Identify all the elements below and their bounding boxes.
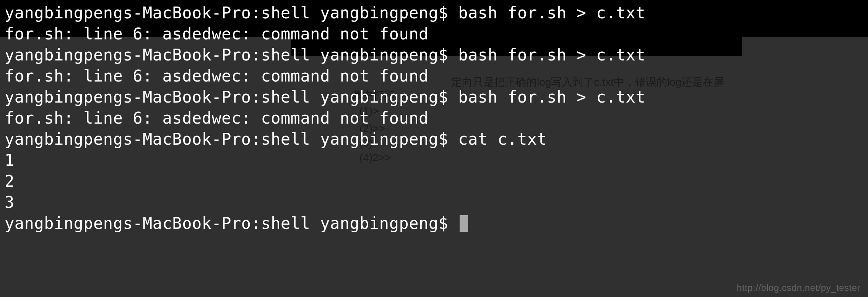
output-text: 1 (5, 151, 15, 170)
shell-prompt: yangbingpengs-MacBook-Pro:shell yangbing… (5, 130, 458, 148)
terminal-prompt-line: yangbingpengs-MacBook-Pro:shell yangbing… (5, 129, 863, 150)
output-text: for.sh: line 6: asdedwec: command not fo… (5, 24, 429, 43)
terminal-output-line: for.sh: line 6: asdedwec: command not fo… (5, 108, 863, 129)
terminal-output-line: 3 (5, 192, 863, 213)
terminal-output-line: for.sh: line 6: asdedwec: command not fo… (5, 65, 863, 86)
shell-prompt: yangbingpengs-MacBook-Pro:shell yangbing… (5, 46, 458, 64)
shell-prompt: yangbingpengs-MacBook-Pro:shell yangbing… (5, 214, 458, 233)
output-text: for.sh: line 6: asdedwec: command not fo… (5, 109, 429, 127)
terminal-prompt-line: yangbingpengs-MacBook-Pro:shell yangbing… (5, 2, 863, 23)
output-text: for.sh: line 6: asdedwec: command not fo… (5, 67, 429, 85)
terminal-cursor (460, 215, 468, 232)
terminal-prompt-line: yangbingpengs-MacBook-Pro:shell yangbing… (5, 213, 863, 234)
watermark-text: http://blog.csdn.net/py_tester (737, 282, 860, 293)
shell-prompt: yangbingpengs-MacBook-Pro:shell yangbing… (5, 3, 458, 22)
shell-command: bash for.sh > c.txt (458, 3, 645, 22)
output-text: 3 (5, 193, 15, 212)
terminal-output-line: 2 (5, 171, 863, 192)
shell-command: cat c.txt (458, 130, 547, 148)
terminal-output-line: for.sh: line 6: asdedwec: command not fo… (5, 23, 863, 44)
terminal-window[interactable]: size/400/fill/I0JFQkFCMA==/dissolve/70/g… (0, 0, 868, 297)
terminal-output-line: 1 (5, 150, 863, 171)
shell-command: bash for.sh > c.txt (458, 88, 645, 106)
terminal-prompt-line: yangbingpengs-MacBook-Pro:shell yangbing… (5, 86, 863, 108)
terminal-prompt-line: yangbingpengs-MacBook-Pro:shell yangbing… (5, 44, 863, 65)
terminal-output-area[interactable]: yangbingpengs-MacBook-Pro:shell yangbing… (5, 2, 863, 234)
shell-command: bash for.sh > c.txt (458, 46, 645, 64)
shell-prompt: yangbingpengs-MacBook-Pro:shell yangbing… (5, 88, 458, 106)
output-text: 2 (5, 172, 15, 191)
